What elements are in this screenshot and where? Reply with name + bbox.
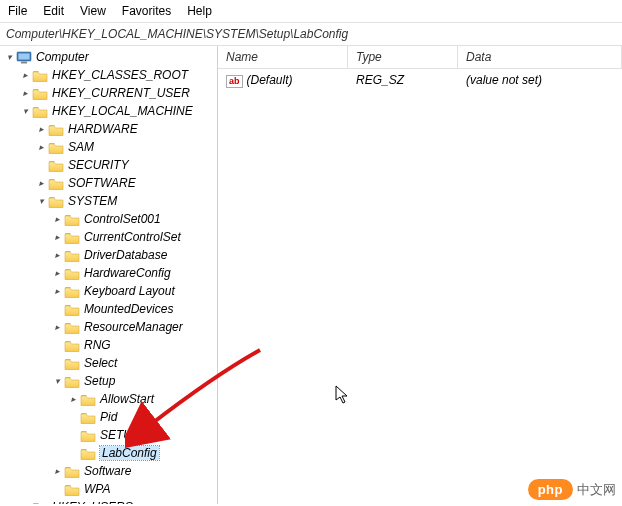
- folder-icon: [64, 338, 80, 352]
- address-bar[interactable]: Computer\HKEY_LOCAL_MACHINE\SYSTEM\Setup…: [0, 23, 622, 46]
- tree-label: HardwareConfig: [84, 266, 171, 280]
- tree-computer[interactable]: ▾ Computer: [0, 48, 217, 66]
- tree-view[interactable]: ▾ Computer ▸ HKEY_CLASSES_ROOT ▸ HKEY_CU…: [0, 46, 218, 504]
- folder-icon: [64, 266, 80, 280]
- computer-icon: [16, 50, 32, 64]
- list-row[interactable]: ab(Default) REG_SZ (value not set): [218, 69, 622, 92]
- tree-label: HKEY_CURRENT_USER: [52, 86, 190, 100]
- tree-label: RNG: [84, 338, 111, 352]
- tree-resourcemanager[interactable]: ▸ ResourceManager: [0, 318, 217, 336]
- tree-wpa[interactable]: WPA: [0, 480, 217, 498]
- folder-icon: [48, 158, 64, 172]
- tree-driverdatabase[interactable]: ▸ DriverDatabase: [0, 246, 217, 264]
- chevron-right-icon[interactable]: ▸: [52, 322, 62, 332]
- chevron-down-icon[interactable]: ▾: [20, 106, 30, 116]
- watermark: php 中文网: [528, 479, 616, 500]
- tree-hku[interactable]: ▸ HKEY_USERS: [0, 498, 217, 504]
- tree-select[interactable]: Select: [0, 354, 217, 372]
- chevron-down-icon[interactable]: ▾: [36, 196, 46, 206]
- folder-icon: [80, 446, 96, 460]
- folder-icon: [64, 356, 80, 370]
- chevron-right-icon[interactable]: ▸: [36, 178, 46, 188]
- chevron-right-icon[interactable]: ▸: [52, 268, 62, 278]
- chevron-right-icon[interactable]: ▸: [20, 70, 30, 80]
- folder-icon: [64, 374, 80, 388]
- chevron-down-icon[interactable]: ▾: [4, 52, 14, 62]
- folder-icon: [64, 212, 80, 226]
- tree-sam[interactable]: ▸ SAM: [0, 138, 217, 156]
- folder-icon: [64, 284, 80, 298]
- tree-system[interactable]: ▾ SYSTEM: [0, 192, 217, 210]
- string-value-icon: ab: [226, 75, 243, 88]
- tree-label: ResourceManager: [84, 320, 183, 334]
- folder-icon: [80, 428, 96, 442]
- folder-icon: [48, 194, 64, 208]
- folder-icon: [64, 320, 80, 334]
- folder-icon: [32, 68, 48, 82]
- column-type[interactable]: Type: [348, 46, 458, 68]
- tree-setup[interactable]: ▾ Setup: [0, 372, 217, 390]
- column-name[interactable]: Name: [218, 46, 348, 68]
- folder-icon: [48, 140, 64, 154]
- tree-label: HKEY_USERS: [52, 500, 133, 504]
- tree-label: DriverDatabase: [84, 248, 167, 262]
- tree-label: SOFTWARE: [68, 176, 136, 190]
- menu-edit[interactable]: Edit: [43, 4, 64, 18]
- tree-hklm[interactable]: ▾ HKEY_LOCAL_MACHINE: [0, 102, 217, 120]
- tree-rng[interactable]: RNG: [0, 336, 217, 354]
- chevron-right-icon[interactable]: ▸: [20, 88, 30, 98]
- chevron-down-icon[interactable]: ▾: [52, 376, 62, 386]
- tree-keyboardlayout[interactable]: ▸ Keyboard Layout: [0, 282, 217, 300]
- tree-labconfig[interactable]: LabConfig: [0, 444, 217, 462]
- tree-allowstart[interactable]: ▸ AllowStart: [0, 390, 217, 408]
- tree-pid[interactable]: Pid: [0, 408, 217, 426]
- tree-label: ControlSet001: [84, 212, 161, 226]
- list-header: Name Type Data: [218, 46, 622, 69]
- chevron-right-icon[interactable]: ▸: [68, 394, 78, 404]
- tree-hkcu[interactable]: ▸ HKEY_CURRENT_USER: [0, 84, 217, 102]
- folder-icon: [32, 86, 48, 100]
- tree-label: Select: [84, 356, 117, 370]
- chevron-right-icon[interactable]: ▸: [36, 142, 46, 152]
- tree-security[interactable]: SECURITY: [0, 156, 217, 174]
- column-data[interactable]: Data: [458, 46, 622, 68]
- menu-view[interactable]: View: [80, 4, 106, 18]
- tree-currentcontrolset[interactable]: ▸ CurrentControlSet: [0, 228, 217, 246]
- tree-label: Keyboard Layout: [84, 284, 175, 298]
- tree-label: SETUPCL: [100, 428, 155, 442]
- main: ▾ Computer ▸ HKEY_CLASSES_ROOT ▸ HKEY_CU…: [0, 46, 622, 504]
- folder-icon: [48, 122, 64, 136]
- chevron-right-icon[interactable]: ▸: [20, 502, 30, 504]
- value-list[interactable]: Name Type Data ab(Default) REG_SZ (value…: [218, 46, 622, 504]
- watermark-text: 中文网: [577, 481, 616, 499]
- tree-software-root[interactable]: ▸ SOFTWARE: [0, 174, 217, 192]
- folder-icon: [32, 104, 48, 118]
- tree-hardwareconfig[interactable]: ▸ HardwareConfig: [0, 264, 217, 282]
- chevron-right-icon[interactable]: ▸: [36, 124, 46, 134]
- folder-icon: [32, 500, 48, 504]
- tree-label: Pid: [100, 410, 117, 424]
- chevron-right-icon[interactable]: ▸: [52, 250, 62, 260]
- chevron-right-icon[interactable]: ▸: [52, 286, 62, 296]
- tree-label: Computer: [36, 50, 89, 64]
- tree-label: SYSTEM: [68, 194, 117, 208]
- folder-icon: [80, 392, 96, 406]
- tree-label: HKEY_CLASSES_ROOT: [52, 68, 188, 82]
- tree-hkcr[interactable]: ▸ HKEY_CLASSES_ROOT: [0, 66, 217, 84]
- tree-setupcl[interactable]: SETUPCL: [0, 426, 217, 444]
- tree-controlset001[interactable]: ▸ ControlSet001: [0, 210, 217, 228]
- menu-file[interactable]: File: [8, 4, 27, 18]
- chevron-right-icon[interactable]: ▸: [52, 232, 62, 242]
- value-name: (Default): [247, 73, 293, 87]
- tree-mounteddevices[interactable]: MountedDevices: [0, 300, 217, 318]
- chevron-right-icon[interactable]: ▸: [52, 214, 62, 224]
- tree-label: MountedDevices: [84, 302, 173, 316]
- tree-hardware[interactable]: ▸ HARDWARE: [0, 120, 217, 138]
- tree-software[interactable]: ▸ Software: [0, 462, 217, 480]
- tree-label: Software: [84, 464, 131, 478]
- menu-favorites[interactable]: Favorites: [122, 4, 171, 18]
- chevron-right-icon[interactable]: ▸: [52, 466, 62, 476]
- watermark-bubble: php: [528, 479, 573, 500]
- tree-label: SECURITY: [68, 158, 129, 172]
- menu-help[interactable]: Help: [187, 4, 212, 18]
